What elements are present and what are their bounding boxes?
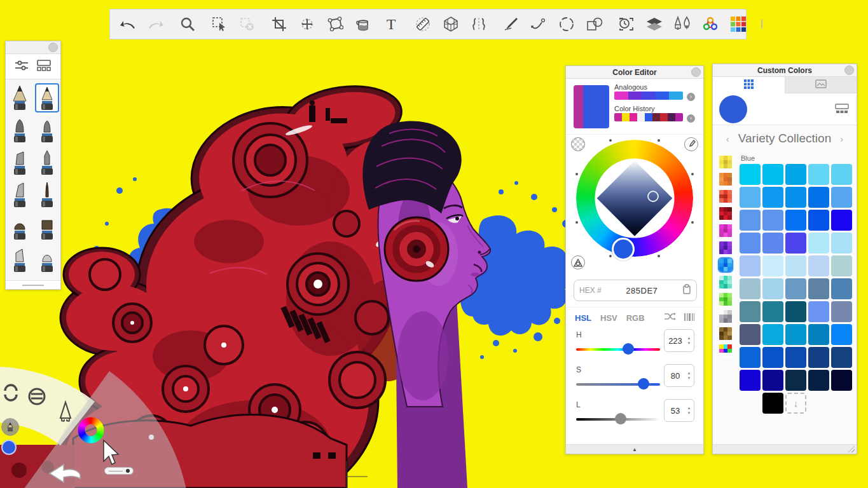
transparency-button[interactable] [571, 137, 585, 151]
tab-rgb[interactable]: RGB [626, 313, 645, 323]
color-swatch[interactable] [831, 210, 852, 231]
fill-button[interactable] [349, 11, 377, 37]
deselect-button[interactable] [233, 11, 261, 37]
analogous-more-button[interactable]: › [687, 93, 695, 101]
custom-current-color[interactable] [719, 95, 747, 123]
custom-colors-header[interactable]: Custom Colors [713, 64, 857, 77]
tab-image-palette[interactable] [785, 77, 857, 93]
brush-marker-bullet[interactable] [8, 116, 32, 145]
slider-thumb-l[interactable] [615, 413, 626, 424]
brush-sets-icon[interactable] [36, 60, 52, 74]
color-swatch[interactable] [740, 164, 761, 185]
history-swatch[interactable] [645, 113, 652, 121]
analogous-swatch[interactable] [614, 92, 628, 100]
brush-settings-icon[interactable] [15, 60, 29, 74]
randomize-icon[interactable] [664, 312, 677, 323]
brush-marker-tall[interactable] [35, 148, 59, 177]
color-swatch[interactable] [740, 187, 761, 208]
brush-brush-round[interactable] [8, 213, 32, 242]
color-swatch[interactable] [808, 187, 829, 208]
brush-pencil-tip[interactable] [35, 83, 59, 112]
symmetry-button[interactable] [465, 11, 493, 37]
history-swatch[interactable] [675, 113, 683, 121]
color-swatch[interactable] [762, 233, 783, 254]
color-swatch[interactable] [808, 324, 829, 345]
palette-button[interactable] [724, 11, 752, 37]
mini-palette-6[interactable] [718, 257, 733, 273]
history-swatch[interactable] [614, 113, 622, 121]
text-button[interactable]: T [377, 11, 405, 37]
copy-hex-icon[interactable] [682, 284, 691, 297]
brush-panel-resize-handle[interactable] [6, 280, 60, 289]
crop-button[interactable] [265, 11, 293, 37]
color-swatch[interactable] [762, 255, 783, 276]
spin-up-icon[interactable]: ▲ [686, 371, 692, 375]
slider-value-s[interactable]: 80▲▼ [664, 364, 694, 387]
undo-button[interactable] [114, 11, 142, 37]
pen-tool-button[interactable] [497, 11, 525, 37]
brush-shader-round[interactable] [35, 245, 59, 274]
color-swatch[interactable] [808, 278, 829, 299]
resize-grip-icon[interactable] [848, 446, 855, 452]
spin-down-icon[interactable]: ▼ [686, 341, 692, 345]
black-swatch[interactable] [762, 393, 783, 414]
current-color-swatch[interactable] [574, 85, 609, 128]
history-swatch[interactable] [668, 113, 675, 121]
color-wheel-button[interactable] [696, 11, 724, 37]
quick-size-slider[interactable] [104, 467, 134, 475]
spline-button[interactable] [525, 11, 553, 37]
collection-options-icon[interactable] [835, 104, 849, 116]
analogous-swatch[interactable] [669, 92, 683, 100]
analogous-swatch[interactable] [642, 92, 656, 100]
color-swatch[interactable] [785, 301, 806, 322]
slider-thumb-h[interactable] [623, 343, 634, 355]
brush-liner[interactable] [35, 180, 59, 210]
color-swatch[interactable] [740, 210, 761, 231]
color-swatch[interactable] [831, 187, 852, 208]
color-swatch[interactable] [808, 347, 829, 368]
quick-tool-button[interactable] [1, 418, 19, 436]
color-swatch[interactable] [785, 347, 806, 368]
shapes-button[interactable] [581, 11, 609, 37]
color-swatch[interactable] [785, 278, 806, 299]
color-swatch[interactable] [831, 233, 852, 254]
ruler-button[interactable] [409, 11, 437, 37]
hex-input[interactable]: HEX # 285DE7 [574, 280, 697, 301]
color-swatch[interactable] [808, 210, 829, 231]
quick-color-wheel[interactable] [78, 417, 104, 444]
color-swatch[interactable] [785, 370, 806, 391]
zoom-tool-button[interactable] [174, 11, 202, 37]
analogous-swatch[interactable] [656, 92, 670, 100]
mini-palette-5[interactable] [718, 240, 733, 255]
color-swatch[interactable] [831, 301, 852, 322]
slider-thumb-s[interactable] [638, 378, 649, 390]
spin-up-icon[interactable]: ▲ [686, 336, 692, 340]
color-swatch[interactable] [762, 278, 783, 299]
mini-palette-3[interactable] [718, 206, 733, 221]
color-swatch[interactable] [785, 255, 806, 276]
mini-palette-4[interactable] [718, 223, 733, 238]
brush-panel-collapse-button[interactable] [48, 43, 58, 52]
sv-cursor[interactable] [647, 191, 659, 202]
color-swatch[interactable] [785, 324, 806, 345]
redo-button[interactable] [142, 11, 170, 37]
mini-palette-11[interactable] [718, 343, 733, 358]
color-swatch[interactable] [808, 301, 829, 322]
quick-current-color[interactable] [1, 440, 17, 455]
tab-hsv[interactable]: HSV [600, 313, 617, 323]
color-swatch[interactable] [762, 370, 783, 391]
mini-palette-8[interactable] [718, 292, 733, 307]
color-swatch[interactable] [831, 164, 852, 185]
color-swatch[interactable] [785, 210, 806, 231]
tab-swatches[interactable] [713, 77, 785, 93]
color-swatch[interactable] [762, 324, 783, 345]
color-history-more-button[interactable]: › [687, 114, 695, 123]
color-swatch[interactable] [808, 255, 829, 276]
color-swatch[interactable] [831, 278, 852, 299]
compact-sliders-icon[interactable] [684, 312, 694, 323]
color-swatch[interactable] [785, 164, 806, 185]
history-swatch[interactable] [652, 113, 660, 121]
mini-palette-10[interactable] [718, 326, 733, 341]
color-swatch[interactable] [808, 370, 829, 391]
brush-marker-round[interactable] [35, 116, 59, 145]
